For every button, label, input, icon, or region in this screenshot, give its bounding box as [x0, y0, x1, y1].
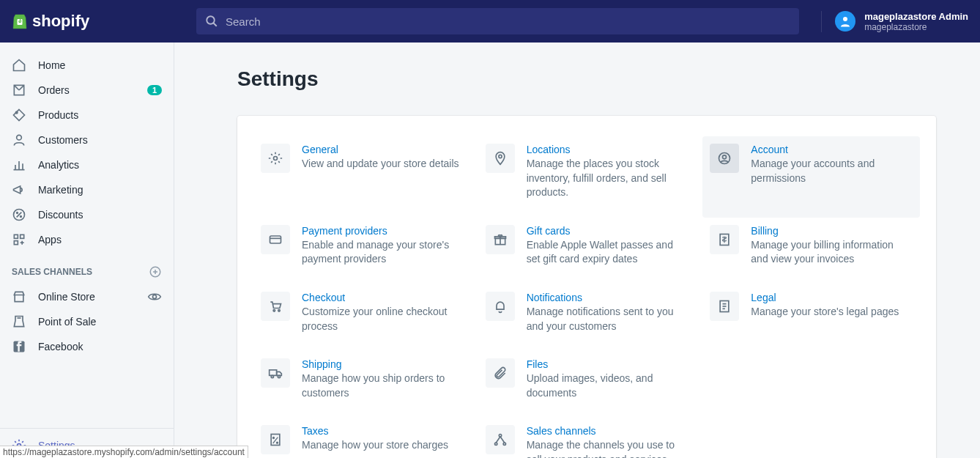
search-box[interactable]: [196, 8, 799, 34]
settings-grid: GeneralView and update your store detail…: [253, 136, 920, 458]
sidebar-label: Facebook: [38, 341, 162, 352]
apps-icon: [12, 232, 26, 247]
sidebar: Home Orders 1 Products Customers Analyti…: [0, 43, 174, 458]
tile-desc: Upload images, videos, and documents: [527, 372, 688, 400]
person-icon: [12, 133, 26, 147]
gear-icon: [268, 151, 283, 166]
tile-title: Billing: [751, 225, 913, 237]
tile-title: Notifications: [527, 292, 688, 303]
sidebar-item-online-store[interactable]: Online Store: [0, 284, 174, 309]
tile-checkout[interactable]: CheckoutCustomize your online checkout p…: [253, 284, 471, 351]
tile-desc: Manage notifications sent to you and you…: [527, 305, 688, 333]
shopify-bag-icon: [12, 12, 28, 30]
user-menu[interactable]: mageplazastore Admin mageplazastore: [821, 11, 968, 32]
svg-rect-43: [270, 370, 277, 375]
tile-payment-providers[interactable]: Payment providersEnable and manage your …: [253, 218, 471, 284]
tag-icon: [12, 108, 26, 122]
tile-locations[interactable]: LocationsManage the places you stock inv…: [478, 136, 696, 218]
logo-area: shopify: [0, 12, 174, 31]
svg-line-54: [500, 437, 505, 443]
tile-desc: Customize your online checkout process: [302, 305, 464, 333]
tile-files[interactable]: FilesUpload images, videos, and document…: [478, 351, 696, 418]
tile-shipping[interactable]: ShippingManage how you ship orders to cu…: [253, 351, 471, 418]
legal-icon: [717, 299, 732, 314]
svg-point-52: [503, 443, 505, 446]
tile-desc: Manage your accounts and permissions: [751, 157, 913, 185]
shopify-logo[interactable]: shopify: [12, 12, 89, 31]
status-bar-link: https://mageplazastore.myshopify.com/adm…: [0, 446, 248, 458]
svg-rect-17: [14, 241, 18, 245]
svg-rect-31: [270, 236, 281, 243]
tile-legal[interactable]: LegalManage your store's legal pages: [702, 284, 920, 351]
tile-title: General: [302, 144, 459, 155]
svg-point-38: [278, 310, 281, 312]
search-wrap: [174, 8, 821, 34]
tile-desc: Manage how you ship orders to customers: [302, 372, 464, 400]
main-content: Settings GeneralView and update your sto…: [174, 43, 980, 458]
sidebar-label: Point of Sale: [38, 316, 162, 328]
svg-point-3: [843, 17, 847, 21]
sidebar-label: Home: [38, 59, 162, 71]
tile-notifications[interactable]: NotificationsManage notifications sent t…: [478, 284, 696, 351]
tile-sales-channels[interactable]: Sales channelsManage the channels you us…: [478, 418, 696, 458]
tile-general[interactable]: GeneralView and update your store detail…: [253, 136, 471, 218]
svg-point-45: [278, 375, 280, 377]
sidebar-item-marketing[interactable]: Marketing: [0, 177, 174, 202]
svg-point-44: [271, 375, 273, 377]
tile-desc: Manage your store's legal pages: [751, 305, 899, 320]
svg-point-30: [723, 155, 727, 159]
svg-point-37: [273, 310, 275, 312]
tile-gift-cards[interactable]: Gift cardsEnable Apple Wallet passes and…: [478, 218, 696, 284]
sidebar-label: Products: [38, 109, 162, 121]
svg-point-23: [153, 295, 157, 299]
sidebar-item-products[interactable]: Products: [0, 103, 174, 128]
sidebar-label: Apps: [38, 234, 162, 245]
avatar: [835, 11, 855, 32]
taxes-icon: [268, 432, 283, 447]
sidebar-item-orders[interactable]: Orders 1: [0, 78, 174, 103]
tile-title: Payment providers: [302, 225, 464, 237]
analytics-icon: [12, 158, 26, 172]
svg-point-14: [21, 216, 22, 218]
view-store-icon[interactable]: [147, 289, 162, 304]
storefront-icon: [12, 289, 26, 304]
page-title: Settings: [237, 67, 936, 91]
channels-header-text: SALES CHANNELS: [12, 267, 92, 277]
sidebar-item-customers[interactable]: Customers: [0, 128, 174, 152]
search-icon: [205, 15, 218, 28]
home-icon: [12, 58, 26, 73]
svg-point-49: [277, 443, 278, 444]
sidebar-item-discounts[interactable]: Discounts: [0, 202, 174, 227]
discount-icon: [12, 207, 26, 222]
sidebar-item-facebook[interactable]: Facebook: [0, 334, 174, 359]
pin-icon: [493, 151, 508, 166]
orders-badge: 1: [147, 85, 162, 95]
sidebar-item-analytics[interactable]: Analytics: [0, 152, 174, 177]
svg-line-53: [496, 437, 500, 443]
svg-rect-16: [21, 234, 24, 238]
tile-billing[interactable]: BillingManage your billing information a…: [702, 218, 920, 284]
sidebar-label: Discounts: [38, 209, 162, 221]
billing-icon: [717, 232, 732, 247]
tile-taxes[interactable]: TaxesManage how your store charges: [253, 418, 471, 458]
sidebar-item-pos[interactable]: Point of Sale: [0, 309, 174, 334]
search-input[interactable]: [226, 15, 790, 28]
sidebar-item-apps[interactable]: Apps: [0, 227, 174, 252]
tile-desc: View and update your store details: [302, 157, 459, 171]
svg-line-2: [213, 23, 217, 26]
topbar: shopify mageplazastore Admin mageplazast…: [0, 0, 980, 43]
svg-point-48: [273, 437, 275, 439]
user-text: mageplazastore Admin mageplazastore: [864, 11, 968, 32]
sidebar-item-home[interactable]: Home: [0, 53, 174, 78]
orders-icon: [12, 83, 26, 97]
svg-point-6: [17, 135, 22, 140]
tile-desc: Enable Apple Wallet passes and set gift …: [527, 238, 688, 267]
svg-point-1: [207, 16, 215, 24]
channels-icon: [493, 432, 508, 447]
tile-desc: Manage how your store charges: [302, 438, 448, 453]
tile-account[interactable]: AccountManage your accounts and permissi…: [702, 136, 920, 218]
add-channel-icon[interactable]: [149, 265, 162, 278]
tile-desc: Manage the channels you use to sell your…: [527, 438, 688, 458]
card-icon: [268, 232, 283, 247]
svg-point-28: [499, 155, 502, 158]
